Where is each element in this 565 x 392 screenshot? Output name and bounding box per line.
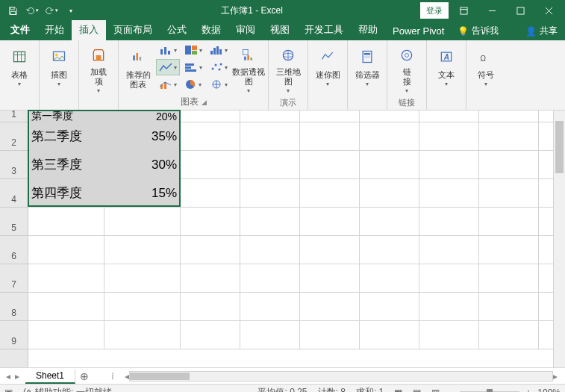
cell[interactable]	[419, 208, 479, 236]
cell[interactable]	[300, 122, 360, 151]
cell[interactable]	[479, 293, 539, 321]
pivot-chart-button[interactable]: 数据透视图▾	[232, 42, 265, 94]
cell[interactable]	[181, 321, 240, 349]
horizontal-scrollbar[interactable]	[129, 371, 553, 382]
cell[interactable]	[419, 122, 479, 151]
cell[interactable]	[181, 264, 240, 293]
minimize-icon[interactable]	[478, 2, 505, 19]
cell[interactable]	[181, 122, 240, 151]
cell[interactable]	[181, 151, 240, 179]
tab-review[interactable]: 审阅	[228, 20, 263, 40]
cell[interactable]	[419, 264, 479, 293]
cell[interactable]	[479, 179, 539, 208]
cell[interactable]	[181, 111, 240, 122]
prev-sheet-icon[interactable]: ◂	[6, 371, 10, 382]
cell[interactable]	[300, 236, 360, 264]
scroll-right-icon[interactable]: ▸	[553, 371, 558, 382]
cell[interactable]	[28, 236, 104, 264]
cell[interactable]	[479, 264, 539, 293]
surface-chart-button[interactable]: ▾	[207, 76, 231, 93]
cell[interactable]	[479, 208, 539, 236]
cell[interactable]	[104, 293, 181, 321]
cell[interactable]	[360, 293, 419, 321]
cell[interactable]: 第四季度	[28, 179, 104, 208]
cell[interactable]	[181, 293, 240, 321]
save-icon[interactable]	[4, 2, 21, 19]
cell[interactable]	[419, 236, 479, 264]
line-chart-button[interactable]: ▾	[156, 59, 180, 75]
cell[interactable]	[419, 151, 479, 179]
text-button[interactable]: A 文本▾	[430, 42, 463, 94]
cell[interactable]: 30%	[104, 151, 181, 179]
cell[interactable]	[28, 293, 104, 321]
sheet-tab[interactable]: Sheet1	[25, 369, 75, 384]
cell[interactable]: 15%	[104, 179, 181, 208]
cell[interactable]	[360, 264, 419, 293]
row-header[interactable]: 1	[0, 111, 28, 122]
tab-file[interactable]: 文件	[3, 20, 37, 40]
page-layout-view-icon[interactable]: ▤	[413, 388, 421, 393]
row-header[interactable]: 4	[0, 179, 28, 208]
cell[interactable]	[104, 321, 181, 349]
cell[interactable]	[240, 179, 300, 208]
3d-map-button[interactable]: 三维地 图▾	[272, 42, 305, 94]
cell[interactable]	[240, 111, 300, 122]
record-macro-icon[interactable]: ▣	[4, 388, 13, 393]
vertical-scrollbar[interactable]	[553, 111, 565, 367]
cell[interactable]	[479, 151, 539, 179]
cell[interactable]	[240, 236, 300, 264]
cell[interactable]	[28, 321, 104, 349]
cell[interactable]	[360, 179, 419, 208]
tab-insert[interactable]: 插入	[72, 20, 106, 40]
cell[interactable]	[360, 151, 419, 179]
tab-pivot[interactable]: Power Pivot	[385, 22, 452, 40]
tell-me[interactable]: 💡告诉我	[452, 22, 505, 40]
cell[interactable]	[479, 111, 539, 122]
cell[interactable]: 20%	[104, 111, 181, 122]
cell[interactable]	[240, 293, 300, 321]
row-header[interactable]: 5	[0, 208, 28, 236]
cell[interactable]	[300, 264, 360, 293]
cell[interactable]: 35%	[104, 122, 181, 151]
cell[interactable]	[104, 208, 181, 236]
addins-button[interactable]: 加载 项▾	[82, 42, 115, 94]
cell[interactable]	[240, 122, 300, 151]
cell[interactable]	[240, 264, 300, 293]
cell[interactable]	[240, 208, 300, 236]
cell[interactable]: 第一季度	[28, 111, 104, 122]
tab-home[interactable]: 开始	[37, 20, 72, 40]
row-header[interactable]: 2	[0, 122, 28, 151]
row-header[interactable]: 8	[0, 293, 28, 321]
tab-data[interactable]: 数据	[194, 20, 228, 40]
cell[interactable]	[419, 293, 479, 321]
cell[interactable]	[181, 236, 240, 264]
page-break-view-icon[interactable]: ▥	[431, 388, 440, 393]
undo-icon[interactable]: ▾	[24, 2, 40, 19]
cell[interactable]	[181, 179, 240, 208]
tab-layout[interactable]: 页面布局	[106, 20, 160, 40]
cell[interactable]	[419, 111, 479, 122]
share-button[interactable]: 👤共享	[518, 22, 565, 40]
hierarchy-chart-button[interactable]: ▾	[181, 42, 205, 58]
cell[interactable]	[360, 321, 419, 349]
tables-button[interactable]: 表格▾	[3, 42, 36, 94]
cell[interactable]	[300, 111, 360, 122]
cell[interactable]	[419, 321, 479, 349]
symbols-button[interactable]: Ω 符号▾	[469, 42, 502, 94]
row-header[interactable]: 7	[0, 264, 28, 293]
cell[interactable]	[181, 208, 240, 236]
cell[interactable]	[300, 293, 360, 321]
cell[interactable]	[300, 179, 360, 208]
filters-button[interactable]: 筛选器▾	[351, 42, 384, 94]
tab-formulas[interactable]: 公式	[160, 20, 194, 40]
cell[interactable]	[240, 321, 300, 349]
close-icon[interactable]	[535, 2, 562, 19]
recommended-charts-button[interactable]: 推荐的 图表	[122, 42, 154, 94]
cell[interactable]	[360, 111, 419, 122]
cell[interactable]: 第三季度	[28, 151, 104, 179]
column-chart-button[interactable]: ▾	[156, 42, 180, 58]
tab-help[interactable]: 帮助	[351, 20, 385, 40]
zoom-out-button[interactable]: −	[450, 388, 455, 393]
sparklines-button[interactable]: 迷你图▾	[311, 42, 344, 94]
cell[interactable]	[104, 264, 181, 293]
